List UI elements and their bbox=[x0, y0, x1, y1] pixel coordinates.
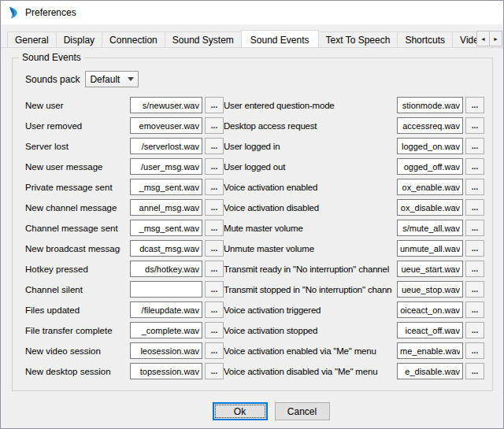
preferences-window: Preferences GeneralDisplayConnectionSoun… bbox=[0, 0, 504, 429]
sound-file-input[interactable] bbox=[397, 322, 463, 338]
browse-button[interactable]: ... bbox=[465, 117, 484, 134]
sound-file-input[interactable] bbox=[130, 363, 202, 379]
sound-file-input[interactable] bbox=[397, 220, 463, 236]
browse-button[interactable]: ... bbox=[205, 261, 224, 277]
sound-event-label: New desktop session bbox=[25, 367, 120, 376]
sound-file-input[interactable] bbox=[130, 220, 202, 236]
tab[interactable]: Connection bbox=[102, 31, 165, 47]
browse-button[interactable]: ... bbox=[465, 261, 484, 277]
sound-file-input[interactable] bbox=[130, 322, 202, 338]
arrow-left-icon: ◄ bbox=[480, 36, 486, 42]
sound-file-input[interactable] bbox=[397, 240, 463, 257]
sound-file-input[interactable] bbox=[130, 240, 202, 257]
tab-scroll-right-button[interactable]: ► bbox=[489, 31, 502, 46]
ok-button[interactable]: Ok bbox=[213, 402, 268, 420]
sound-event-row: New desktop session ... bbox=[25, 363, 224, 379]
browse-button[interactable]: ... bbox=[205, 301, 224, 318]
sound-event-label: New channel message bbox=[25, 203, 120, 213]
sound-file-input[interactable] bbox=[130, 117, 202, 134]
browse-button[interactable]: ... bbox=[205, 220, 224, 236]
sound-file-input[interactable] bbox=[397, 158, 463, 175]
tab[interactable]: Text To Speech bbox=[318, 31, 398, 47]
browse-button[interactable]: ... bbox=[465, 342, 484, 359]
browse-button[interactable]: ... bbox=[465, 97, 484, 113]
browse-button[interactable]: ... bbox=[465, 301, 484, 318]
browse-button[interactable]: ... bbox=[465, 158, 484, 175]
sound-file-input[interactable] bbox=[130, 179, 202, 195]
browse-button[interactable]: ... bbox=[205, 363, 224, 379]
tab[interactable]: Sound Events bbox=[241, 30, 319, 48]
browse-button[interactable]: ... bbox=[205, 179, 224, 195]
sounds-pack-label: Sounds pack bbox=[25, 74, 80, 85]
sound-event-label: Transmit stopped in "No interruption" ch… bbox=[224, 285, 392, 294]
tab[interactable]: Sound System bbox=[165, 31, 242, 47]
sound-file-input[interactable] bbox=[397, 138, 463, 154]
sound-event-column-right: User entered question-mode ... Desktop a… bbox=[224, 97, 484, 383]
titlebar[interactable]: Preferences bbox=[1, 1, 503, 24]
browse-button[interactable]: ... bbox=[205, 342, 224, 359]
sound-event-row: Server lost ... bbox=[25, 138, 224, 154]
sound-event-label: User removed bbox=[25, 121, 120, 131]
browse-button[interactable]: ... bbox=[465, 322, 484, 338]
sound-event-column-left: New user ... User removed ... Server los… bbox=[25, 97, 224, 383]
browse-button[interactable]: ... bbox=[465, 138, 484, 154]
browse-button[interactable]: ... bbox=[465, 240, 484, 257]
tab-scroll-left-button[interactable]: ◄ bbox=[476, 31, 490, 46]
sound-file-input[interactable] bbox=[130, 261, 202, 277]
tab[interactable]: General bbox=[7, 31, 57, 47]
sound-events-groupbox: Sound Events Sounds pack Default New use… bbox=[12, 57, 493, 391]
sound-file-input[interactable] bbox=[397, 342, 463, 359]
sound-event-label: Unmute master volume bbox=[224, 244, 392, 253]
browse-button[interactable]: ... bbox=[205, 138, 224, 154]
browse-button[interactable]: ... bbox=[465, 220, 484, 236]
browse-button[interactable]: ... bbox=[465, 199, 484, 216]
tab[interactable]: Shortcuts bbox=[397, 31, 453, 47]
sound-event-row: New broadcast message ... bbox=[25, 240, 224, 257]
sound-event-label: New user bbox=[25, 101, 120, 110]
sound-event-label: Server lost bbox=[25, 142, 120, 151]
sound-event-label: User entered question-mode bbox=[224, 101, 392, 110]
tab[interactable]: Display bbox=[56, 31, 102, 47]
sound-event-label: Channel message sent bbox=[25, 224, 120, 233]
sounds-pack-row: Sounds pack Default bbox=[25, 71, 484, 87]
sound-file-input[interactable] bbox=[130, 301, 202, 318]
sound-file-input[interactable] bbox=[130, 97, 202, 113]
sound-file-input[interactable] bbox=[397, 179, 463, 195]
cancel-button[interactable]: Cancel bbox=[275, 402, 330, 420]
sound-event-label: Voice activation disabled bbox=[224, 203, 392, 213]
sound-event-label: User logged in bbox=[224, 142, 392, 151]
sound-file-input[interactable] bbox=[397, 97, 463, 113]
sound-event-label: Private message sent bbox=[25, 183, 120, 192]
browse-button[interactable]: ... bbox=[465, 281, 484, 298]
browse-button[interactable]: ... bbox=[205, 97, 224, 113]
sound-file-input[interactable] bbox=[130, 342, 202, 359]
browse-button[interactable]: ... bbox=[205, 240, 224, 257]
sound-file-input[interactable] bbox=[130, 199, 202, 216]
sound-event-row: Private message sent ... bbox=[25, 179, 224, 195]
browse-button[interactable]: ... bbox=[205, 281, 224, 298]
sound-file-input[interactable] bbox=[130, 138, 202, 154]
sound-event-label: Voice activation disabled via "Me" menu bbox=[224, 367, 392, 376]
sounds-pack-select[interactable]: Default bbox=[85, 71, 139, 87]
sound-file-input[interactable] bbox=[397, 363, 463, 379]
browse-button[interactable]: ... bbox=[205, 117, 224, 134]
sound-file-input[interactable] bbox=[397, 281, 463, 298]
sound-file-input[interactable] bbox=[397, 117, 463, 134]
browse-button[interactable]: ... bbox=[205, 158, 224, 175]
sound-event-row: Voice activation disabled via "Me" menu … bbox=[224, 363, 484, 379]
sound-file-input[interactable] bbox=[130, 281, 202, 298]
sound-file-input[interactable] bbox=[397, 199, 463, 216]
sound-event-row: New user ... bbox=[25, 97, 224, 113]
tab-scroll: ◄ ► bbox=[476, 31, 502, 46]
browse-button[interactable]: ... bbox=[465, 179, 484, 195]
browse-button[interactable]: ... bbox=[205, 199, 224, 216]
browse-button[interactable]: ... bbox=[205, 322, 224, 338]
sound-event-label: User logged out bbox=[224, 162, 392, 172]
sound-file-input[interactable] bbox=[130, 158, 202, 175]
sound-event-row: Voice activation enabled ... bbox=[224, 179, 484, 195]
sound-event-row: Voice activation triggered ... bbox=[224, 301, 484, 318]
sound-file-input[interactable] bbox=[397, 261, 463, 277]
sound-file-input[interactable] bbox=[397, 301, 463, 318]
browse-button[interactable]: ... bbox=[465, 363, 484, 379]
sound-event-label: Files updated bbox=[25, 305, 120, 315]
